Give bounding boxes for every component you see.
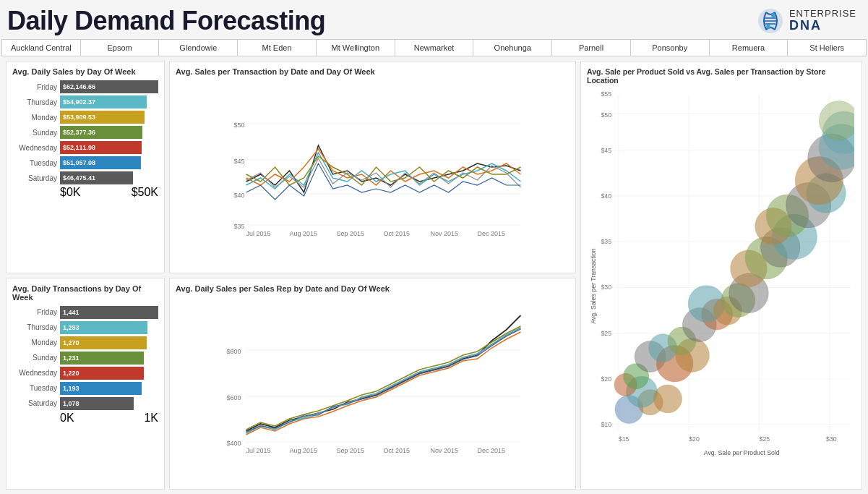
bar-value: $52,377.36	[63, 129, 95, 136]
bar-row: Monday $53,909.53	[12, 111, 158, 124]
svg-text:$45: $45	[234, 158, 245, 165]
svg-point-63	[654, 385, 682, 413]
bar-fill: $53,909.53	[60, 111, 145, 124]
logo-dna-label: DNA	[789, 19, 856, 33]
left-column: Avg. Daily Sales by Day Of Week Friday $…	[6, 61, 165, 490]
sales-x-min: $0K	[60, 186, 80, 199]
bar-value: $52,111.98	[63, 144, 95, 151]
svg-point-4	[771, 13, 775, 17]
dashboard: Daily Demand Forecasting ENTERPRISE DNA …	[0, 0, 868, 494]
bar-track: $53,909.53	[60, 111, 158, 124]
bar-row: Wednesday 1,220	[12, 367, 158, 380]
bar-track: $46,475.41	[60, 171, 158, 184]
svg-text:$35: $35	[234, 223, 245, 230]
bar-row: Friday 1,441	[12, 306, 158, 319]
tab-onehunga[interactable]: Onehunga	[473, 40, 552, 56]
bar-label: Sunday	[12, 129, 57, 137]
bar-value: 1,270	[63, 339, 80, 346]
main-content: Avg. Daily Sales by Day Of Week Friday $…	[0, 56, 868, 494]
svg-text:$800: $800	[227, 348, 241, 355]
avg-daily-sales-rep-title: Avg. Daily Sales per Sales Rep by Date a…	[176, 284, 570, 293]
bar-fill: $52,111.98	[60, 141, 142, 154]
avg-sales-per-transaction-title: Avg. Sales per Transaction by Date and D…	[176, 67, 570, 76]
svg-text:$30: $30	[826, 435, 837, 443]
transactions-x-axis: 0K 1K	[12, 412, 158, 425]
avg-daily-sales-bars: Friday $62,146.66 Thursday $54,902.37 Mo…	[12, 80, 158, 184]
bar-fill: 1,270	[60, 336, 147, 349]
bar-track: 1,231	[60, 352, 158, 365]
bar-value: 1,283	[63, 324, 80, 331]
bar-label: Monday	[12, 338, 57, 346]
bar-track: 1,270	[60, 336, 158, 349]
bar-row: Tuesday 1,193	[12, 382, 158, 395]
line-chart-top-svg: $35 $40 $45 $50 Jul 2015 Aug 2015 Sep 20…	[176, 80, 570, 239]
svg-text:$20: $20	[601, 375, 611, 383]
bar-label: Tuesday	[12, 384, 57, 392]
avg-daily-transactions-bars: Friday 1,441 Thursday 1,283 Monday 1,270	[12, 306, 158, 410]
tab-newmarket[interactable]: Newmarket	[395, 40, 474, 56]
svg-text:$30: $30	[601, 284, 611, 291]
svg-text:$50: $50	[601, 111, 611, 119]
svg-text:$50: $50	[234, 122, 245, 129]
svg-text:Nov 2015: Nov 2015	[431, 230, 459, 237]
scatter-svg: Avg. Sales per Transaction Avg. Sale per…	[587, 88, 854, 464]
svg-text:$40: $40	[601, 192, 611, 200]
svg-text:$40: $40	[234, 192, 245, 199]
svg-text:Oct 2015: Oct 2015	[384, 230, 411, 237]
svg-text:$400: $400	[227, 440, 241, 447]
avg-daily-sales-rep-chart: Avg. Daily Sales per Sales Rep by Date a…	[169, 278, 576, 490]
svg-text:$25: $25	[601, 330, 611, 337]
bar-track: 1,441	[60, 306, 158, 319]
svg-text:Oct 2015: Oct 2015	[384, 447, 411, 454]
bar-value: $53,909.53	[63, 114, 95, 121]
bar-row: Wednesday $52,111.98	[12, 141, 158, 154]
bar-fill: 1,220	[60, 367, 144, 380]
avg-daily-transactions-title: Avg. Daily Transactions by Day Of Week	[12, 284, 158, 302]
header: Daily Demand Forecasting ENTERPRISE DNA	[0, 0, 868, 39]
svg-text:Dec 2015: Dec 2015	[478, 447, 506, 454]
bar-row: Monday 1,270	[12, 336, 158, 349]
sales-x-axis: $0K $50K	[12, 186, 158, 199]
tab-remuera[interactable]: Remuera	[710, 40, 788, 56]
right-column: Avg. Sale per Product Sold vs Avg. Sales…	[580, 61, 862, 490]
bar-track: 1,220	[60, 367, 158, 380]
tab-st-heliers[interactable]: St Heliers	[788, 40, 866, 56]
svg-point-5	[766, 25, 770, 29]
svg-text:Aug 2015: Aug 2015	[290, 447, 318, 454]
logo-area: ENTERPRISE DNA	[757, 8, 856, 34]
bar-track: $51,057.08	[60, 156, 158, 169]
bar-fill: $51,057.08	[60, 156, 141, 169]
tab-glendowie[interactable]: Glendowie	[159, 40, 238, 56]
avg-daily-transactions-chart: Avg. Daily Transactions by Day Of Week F…	[6, 278, 165, 490]
logo-text: ENTERPRISE DNA	[789, 9, 856, 33]
bar-value: 1,220	[63, 370, 80, 377]
tab-mt-wellington[interactable]: Mt Wellington	[317, 40, 395, 56]
bar-label: Tuesday	[12, 159, 57, 167]
avg-daily-sales-title: Avg. Daily Sales by Day Of Week	[12, 67, 158, 76]
bar-value: $46,475.41	[63, 174, 95, 182]
scatter-chart-title: Avg. Sale per Product Sold vs Avg. Sales…	[587, 67, 856, 85]
bar-value: $51,057.08	[63, 159, 95, 166]
bar-label: Friday	[12, 83, 57, 91]
svg-text:Sep 2015: Sep 2015	[337, 447, 365, 454]
bar-label: Wednesday	[12, 369, 57, 377]
tab-mt-eden[interactable]: Mt Eden	[238, 40, 317, 56]
bar-track: $52,111.98	[60, 141, 158, 154]
bar-value: 1,441	[63, 309, 80, 316]
bar-value: 1,078	[63, 400, 80, 407]
bar-track: 1,283	[60, 321, 158, 334]
scatter-chart: Avg. Sale per Product Sold vs Avg. Sales…	[580, 61, 862, 490]
tab-auckland-central[interactable]: Auckland Central	[2, 40, 81, 56]
bar-label: Saturday	[12, 174, 57, 182]
tab-epsom[interactable]: Epsom	[81, 40, 160, 56]
bar-track: 1,193	[60, 382, 158, 395]
bar-fill: 1,283	[60, 321, 147, 334]
svg-text:$600: $600	[227, 394, 241, 401]
tab-parnell[interactable]: Parnell	[552, 40, 631, 56]
transactions-x-max: 1K	[144, 412, 158, 425]
tab-ponsonby[interactable]: Ponsonby	[631, 40, 710, 56]
bar-label: Sunday	[12, 354, 57, 362]
svg-text:Nov 2015: Nov 2015	[431, 447, 459, 454]
svg-text:Avg. Sale per Product Sold: Avg. Sale per Product Sold	[704, 449, 780, 456]
dna-icon	[757, 8, 783, 34]
